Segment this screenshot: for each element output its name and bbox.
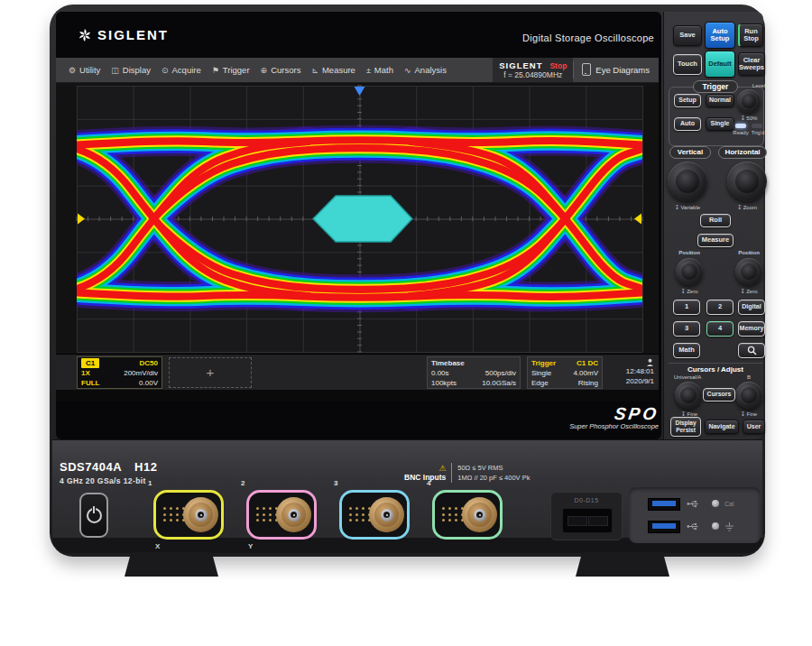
screen-brand: SIGLENT: [499, 60, 542, 70]
eye-diagrams-label: Eye Diagrams: [595, 65, 650, 75]
cal-terminal: [712, 500, 719, 507]
analysis-icon: ∿: [404, 66, 411, 75]
default-button[interactable]: Default: [705, 51, 735, 78]
display-persist-button[interactable]: Display Persist: [670, 417, 701, 437]
menu-item-display[interactable]: ◫ Display: [106, 58, 156, 82]
specs-label: 4 GHz 20 GSa/s 12-bit: [60, 476, 146, 485]
run-stop-button[interactable]: Run Stop: [738, 23, 763, 47]
search-button[interactable]: [738, 343, 765, 358]
trigger-normal-button[interactable]: Normal: [706, 94, 734, 107]
digital-probe-port: D0-D15: [550, 492, 623, 540]
menu-item-eye-diagrams[interactable]: Eye Diagrams: [573, 61, 659, 78]
acquisition-status: SIGLENT Stop f = 25.04890MHz: [493, 58, 573, 82]
usb-tongue: [652, 523, 676, 529]
save-button[interactable]: Save: [673, 25, 702, 46]
timebase-descriptor[interactable]: Timebase 0.00s 500ps/div 100kpts 10.0GSa…: [427, 356, 521, 389]
channel-4-button[interactable]: 4: [706, 321, 734, 337]
math-icon: ±: [366, 66, 371, 75]
vertical-position-knob[interactable]: [676, 258, 703, 285]
menu-item-utility[interactable]: ⚙ Utility: [63, 58, 106, 82]
auto-setup-button[interactable]: Auto Setup: [705, 22, 735, 49]
bnc-connector-icon: [462, 497, 497, 532]
vertical-zero-label: ↧ Zero: [673, 288, 706, 294]
menu-item-measure[interactable]: ⊾ Measure: [306, 58, 361, 82]
date-value: 2020/9/1: [626, 376, 654, 386]
channel-1-button[interactable]: 1: [673, 300, 700, 315]
touch-button[interactable]: Touch: [673, 54, 702, 75]
menu-bar: ⚙ Utility ◫ Display ⊙ Acquire ⚑ Trigger …: [56, 58, 659, 83]
clear-sweeps-button[interactable]: Clear Sweeps: [738, 52, 765, 76]
zoom-label: ↧ Zoom: [727, 204, 767, 210]
menu-item-trigger[interactable]: ⚑ Trigger: [207, 58, 255, 82]
b-knob-label: B: [733, 374, 765, 380]
math-button[interactable]: Math: [673, 343, 700, 358]
bnc-connector-icon: [369, 497, 404, 532]
ready-led: [735, 124, 746, 128]
vertical-section-title: Vertical: [669, 146, 711, 159]
trigd-led: [752, 124, 762, 128]
clock[interactable]: 12:48:01 2020/9/1: [609, 356, 656, 389]
timebase-delay: 0.00s: [431, 368, 449, 378]
menu-item-acquire[interactable]: ⊙ Acquire: [156, 58, 207, 82]
cursor-a-fine-label: ↧ Fine: [673, 411, 706, 417]
menu-label: Analysis: [415, 65, 447, 75]
navigate-button[interactable]: Navigate: [705, 420, 739, 434]
foot-left: [125, 552, 218, 577]
channel-2-button[interactable]: 2: [706, 300, 734, 315]
ground-icon: [724, 522, 734, 532]
cursor-b-knob[interactable]: [735, 382, 762, 409]
menu-item-cursors[interactable]: ⊕ Cursors: [255, 58, 307, 82]
variable-label: ↧ Variable: [668, 204, 707, 210]
eye-diagram-plot[interactable]: [56, 83, 659, 354]
power-button[interactable]: [79, 493, 108, 538]
vertical-scale-knob[interactable]: [668, 162, 707, 201]
ratings-divider: [451, 463, 452, 483]
user-button[interactable]: User: [743, 420, 765, 434]
trigger-mode: Single: [531, 368, 551, 378]
bnc-inputs-label: BNC Inputs: [404, 473, 446, 482]
cal-label: Cal: [724, 501, 734, 507]
channel-1-descriptor[interactable]: C1 DC50 1X 200mV/div FULL 0.00V: [77, 356, 162, 389]
trigger-auto-button[interactable]: Auto: [674, 117, 701, 131]
warning-icon: ⚠: [404, 465, 446, 473]
menu-label: Cursors: [271, 65, 300, 75]
gear-icon: ⚙: [69, 66, 76, 75]
horizontal-scale-knob[interactable]: [727, 162, 767, 201]
trigger-level-label: Level: [745, 83, 772, 88]
usb-io-panel: Cal: [629, 487, 761, 543]
trigger-level: 4.00mV: [573, 368, 598, 378]
trigger-setup-button[interactable]: Setup: [674, 94, 701, 107]
model-number: SDS7404A: [60, 460, 122, 474]
trigger-section-title: Trigger: [693, 80, 738, 93]
measure-button[interactable]: Measure: [697, 234, 734, 247]
model-variant: H12: [134, 460, 157, 474]
bnc-1-axis-label: X: [155, 542, 160, 550]
menu-item-analysis[interactable]: ∿ Analysis: [399, 58, 452, 82]
memory-depth: 100kpts: [431, 378, 457, 388]
touchscreen[interactable]: ⚙ Utility ◫ Display ⊙ Acquire ⚑ Trigger …: [56, 58, 659, 401]
bnc-input-4: [432, 490, 503, 540]
add-channel-button[interactable]: +: [169, 357, 252, 388]
bnc-connector-icon: [183, 497, 218, 532]
horizontal-position-knob[interactable]: [735, 258, 762, 285]
trigger-fifty-percent-label: ↧ 50%: [734, 115, 763, 121]
usb-port-1: [648, 498, 680, 511]
trigger-descriptor[interactable]: Trigger C1 DC Single 4.00mV Edge Rising: [527, 356, 603, 389]
ground-terminal: [712, 522, 719, 530]
menu-item-math[interactable]: ± Math: [361, 58, 399, 82]
trigger-level-knob[interactable]: [737, 89, 761, 113]
bnc-ratings: ⚠ BNC Inputs 50Ω ≤ 5V RMS 1MΩ // 20 pF ≤…: [404, 463, 530, 483]
digital-button[interactable]: Digital: [738, 300, 765, 315]
sample-rate: 10.0GSa/s: [482, 378, 516, 388]
brand-logo: SIGLENT: [78, 27, 169, 42]
memory-button[interactable]: Memory: [738, 321, 765, 337]
trigger-flag-icon: ⚑: [212, 66, 219, 75]
trigger-source: C1 DC: [577, 358, 598, 368]
cursors-button[interactable]: Cursors: [703, 388, 735, 401]
cursor-a-knob[interactable]: [675, 382, 702, 409]
channel-3-button[interactable]: 3: [673, 321, 700, 337]
trigger-single-button[interactable]: Single: [706, 117, 734, 131]
roll-button[interactable]: Roll: [700, 214, 731, 227]
bnc-1-number: 1: [148, 479, 152, 487]
menu-label: Display: [123, 65, 151, 75]
